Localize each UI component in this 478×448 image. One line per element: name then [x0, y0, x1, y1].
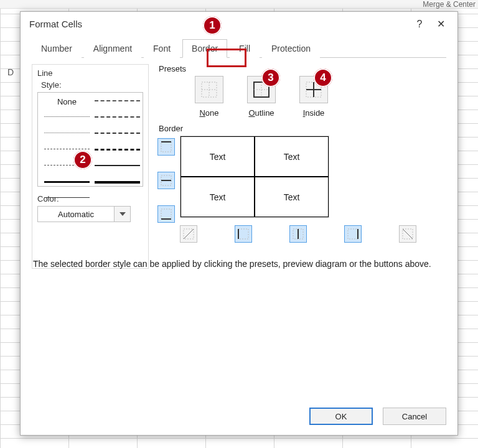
border-preview[interactable]: Text Text Text Text — [180, 136, 329, 218]
preset-none[interactable]: None — [195, 76, 223, 118]
line-style-dotfine[interactable] — [44, 113, 90, 123]
dialog-client: Number Alignment Font Border Fill Protec… — [21, 35, 457, 400]
line-style-dashdotdot[interactable] — [95, 96, 140, 106]
line-style-medium[interactable] — [44, 177, 90, 187]
border-right-icon — [347, 228, 358, 240]
preset-none-label: None — [199, 108, 218, 118]
close-button[interactable]: ✕ — [430, 18, 451, 30]
border-bottom-icon — [161, 208, 172, 220]
svg-rect-21 — [348, 229, 358, 239]
border-middle-v-button[interactable] — [289, 225, 307, 243]
svg-line-24 — [403, 229, 413, 239]
tab-font[interactable]: Font — [144, 39, 180, 58]
line-style-dashdotdot2[interactable] — [44, 161, 90, 171]
border-left-icon — [238, 228, 249, 240]
preset-outline-label: Outline — [248, 108, 274, 118]
border-bottom-button[interactable] — [157, 205, 175, 223]
border-middle-v-icon — [293, 228, 304, 240]
svg-rect-9 — [161, 142, 171, 152]
preview-cell: Text — [255, 177, 329, 217]
line-style-solid[interactable] — [95, 161, 140, 171]
preset-outline[interactable]: Outline — [247, 76, 276, 118]
tab-protection[interactable]: Protection — [262, 39, 320, 58]
dialog-titlebar: Format Cells ? ✕ — [21, 12, 457, 35]
line-style-dashdot2[interactable] — [44, 145, 90, 155]
line-style-dash[interactable] — [95, 129, 140, 139]
svg-rect-17 — [238, 229, 248, 239]
presets-label: Presets — [159, 64, 446, 73]
line-style-dashthick[interactable] — [95, 145, 140, 155]
line-color-value: Automatic — [38, 207, 114, 222]
cancel-button[interactable]: Cancel — [383, 408, 446, 425]
preset-inside-label: Inside — [303, 108, 325, 118]
preview-cell: Text — [255, 136, 329, 177]
line-style-none[interactable]: None — [44, 96, 90, 106]
dialog-buttons: OK Cancel — [21, 400, 457, 435]
dialog-title: Format Cells — [29, 19, 82, 29]
style-label: Style: — [41, 80, 143, 90]
border-diag-up-icon — [183, 228, 194, 240]
border-diag-down-button[interactable] — [399, 225, 416, 243]
preset-inside-icon — [305, 81, 322, 98]
border-label: Border — [159, 124, 446, 133]
preset-inside[interactable]: Inside — [299, 76, 328, 118]
line-style-swatches[interactable]: None — [37, 92, 143, 187]
help-button[interactable]: ? — [409, 19, 430, 30]
border-top-icon — [161, 141, 172, 152]
hint-text: The selected border style can be applied… — [33, 259, 446, 269]
svg-line-16 — [184, 229, 194, 239]
tab-alignment[interactable]: Alignment — [84, 39, 141, 58]
line-group: Line Style: None Color: — [32, 64, 149, 269]
column-header-d: D — [7, 67, 14, 77]
preset-outline-icon — [253, 81, 270, 98]
chevron-down-icon[interactable] — [114, 207, 130, 222]
line-style-thick[interactable] — [95, 177, 140, 187]
preview-cell: Text — [180, 136, 255, 177]
tab-number[interactable]: Number — [32, 39, 82, 58]
preset-none-icon — [200, 81, 218, 98]
border-middle-h-icon — [161, 175, 172, 186]
merge-center-label: Merge & Center — [423, 0, 476, 9]
tab-border[interactable]: Border — [182, 39, 227, 58]
border-right-button[interactable] — [344, 225, 362, 243]
svg-rect-13 — [161, 209, 171, 219]
border-diag-down-icon — [402, 228, 413, 240]
line-style-dotted2[interactable] — [44, 129, 90, 139]
border-left-button[interactable] — [235, 225, 252, 243]
ok-button[interactable]: OK — [309, 408, 373, 425]
line-color-dropdown[interactable]: Automatic — [37, 206, 131, 222]
ribbon-strip: Merge & Center — [0, 0, 478, 9]
border-middle-h-button[interactable] — [157, 172, 175, 189]
line-label: Line — [37, 68, 143, 78]
preview-cell: Text — [180, 177, 255, 217]
line-style-dashdot[interactable] — [95, 113, 140, 123]
format-cells-dialog: Format Cells ? ✕ Number Alignment Font B… — [20, 11, 458, 436]
border-top-button[interactable] — [157, 138, 175, 156]
tab-strip: Number Alignment Font Border Fill Protec… — [32, 39, 446, 58]
tab-fill[interactable]: Fill — [230, 39, 260, 58]
border-diag-up-button[interactable] — [180, 225, 197, 243]
